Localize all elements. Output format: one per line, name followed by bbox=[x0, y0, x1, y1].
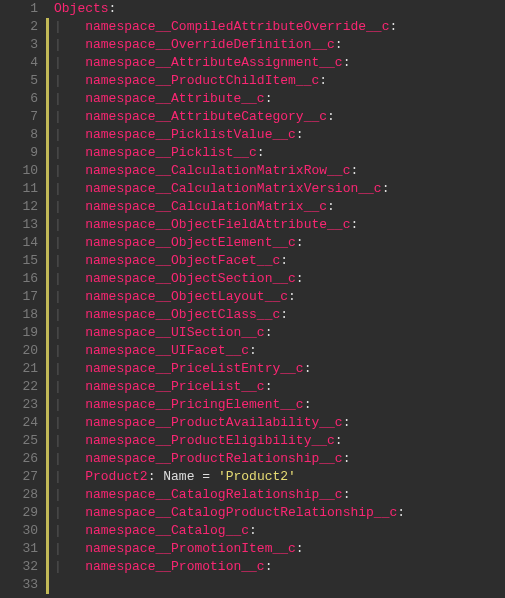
line-number: 32 bbox=[0, 558, 38, 576]
indent-guide: | bbox=[54, 541, 85, 556]
colon: : bbox=[350, 217, 358, 232]
indent-guide: | bbox=[54, 19, 85, 34]
indent-guide: | bbox=[54, 73, 85, 88]
line-number: 29 bbox=[0, 504, 38, 522]
yaml-value-string: 'Product2' bbox=[218, 469, 296, 484]
line-number: 13 bbox=[0, 216, 38, 234]
colon: : bbox=[296, 127, 304, 142]
colon: : bbox=[109, 1, 117, 16]
line-number: 25 bbox=[0, 432, 38, 450]
colon: : bbox=[257, 145, 265, 160]
colon: : bbox=[343, 487, 351, 502]
colon: : bbox=[343, 415, 351, 430]
colon: : bbox=[335, 37, 343, 52]
line-number: 9 bbox=[0, 144, 38, 162]
indent-guide: | bbox=[54, 253, 85, 268]
colon: : bbox=[249, 343, 257, 358]
line-number-gutter: 1234567891011121314151617181920212223242… bbox=[0, 0, 46, 598]
indent-guide: | bbox=[54, 397, 85, 412]
yaml-key: namespace__OverrideDefinition__c bbox=[85, 37, 335, 52]
code-line: | namespace__CalculationMatrixVersion__c… bbox=[46, 180, 505, 198]
indent-guide: | bbox=[54, 37, 85, 52]
yaml-key: namespace__ObjectSection__c bbox=[85, 271, 296, 286]
line-number: 7 bbox=[0, 108, 38, 126]
line-number: 2 bbox=[0, 18, 38, 36]
line-number: 31 bbox=[0, 540, 38, 558]
yaml-key: namespace__UIFacet__c bbox=[85, 343, 249, 358]
colon: : bbox=[296, 235, 304, 250]
code-line: | namespace__ObjectClass__c: bbox=[46, 306, 505, 324]
code-line: | namespace__CatalogProductRelationship_… bbox=[46, 504, 505, 522]
yaml-key: namespace__CompiledAttributeOverride__c bbox=[85, 19, 389, 34]
yaml-key: namespace__ObjectElement__c bbox=[85, 235, 296, 250]
yaml-key: namespace__PromotionItem__c bbox=[85, 541, 296, 556]
code-line: | namespace__Promotion__c: bbox=[46, 558, 505, 576]
yaml-key: namespace__CatalogProductRelationship__c bbox=[85, 505, 397, 520]
code-line: | namespace__ObjectSection__c: bbox=[46, 270, 505, 288]
code-line: | namespace__PricingElement__c: bbox=[46, 396, 505, 414]
indent-guide: | bbox=[54, 559, 85, 574]
line-number: 5 bbox=[0, 72, 38, 90]
line-number: 6 bbox=[0, 90, 38, 108]
indent-guide: | bbox=[54, 199, 85, 214]
colon: : bbox=[304, 361, 312, 376]
indent-guide: | bbox=[54, 91, 85, 106]
indent-guide: | bbox=[54, 289, 85, 304]
yaml-key: namespace__ObjectClass__c bbox=[85, 307, 280, 322]
colon: : bbox=[343, 55, 351, 70]
yaml-key: namespace__ProductAvailability__c bbox=[85, 415, 342, 430]
yaml-key: namespace__Catalog__c bbox=[85, 523, 249, 538]
colon: : bbox=[335, 433, 343, 448]
code-line: | namespace__AttributeAssignment__c: bbox=[46, 54, 505, 72]
yaml-key: namespace__PicklistValue__c bbox=[85, 127, 296, 142]
indent-guide: | bbox=[54, 505, 85, 520]
modified-indicator bbox=[46, 18, 49, 594]
line-number: 8 bbox=[0, 126, 38, 144]
yaml-key: namespace__ObjectFacet__c bbox=[85, 253, 280, 268]
yaml-key: namespace__CalculationMatrixRow__c bbox=[85, 163, 350, 178]
colon: : bbox=[288, 289, 296, 304]
indent-guide: | bbox=[54, 163, 85, 178]
code-line: | namespace__PicklistValue__c: bbox=[46, 126, 505, 144]
code-line: | namespace__ObjectFacet__c: bbox=[46, 252, 505, 270]
code-line: | namespace__OverrideDefinition__c: bbox=[46, 36, 505, 54]
line-number: 12 bbox=[0, 198, 38, 216]
code-line: | Product2: Name = 'Product2' bbox=[46, 468, 505, 486]
code-line: | namespace__UIFacet__c: bbox=[46, 342, 505, 360]
indent-guide: | bbox=[54, 379, 85, 394]
code-line: | namespace__CompiledAttributeOverride__… bbox=[46, 18, 505, 36]
colon: : bbox=[265, 559, 273, 574]
indent-guide: | bbox=[54, 451, 85, 466]
code-line: | namespace__Picklist__c: bbox=[46, 144, 505, 162]
colon: : bbox=[343, 451, 351, 466]
colon: : bbox=[296, 271, 304, 286]
line-number: 20 bbox=[0, 342, 38, 360]
code-line: | namespace__Attribute__c: bbox=[46, 90, 505, 108]
line-number: 4 bbox=[0, 54, 38, 72]
indent-guide: | bbox=[54, 217, 85, 232]
line-number: 26 bbox=[0, 450, 38, 468]
colon: : bbox=[319, 73, 327, 88]
code-editor: 1234567891011121314151617181920212223242… bbox=[0, 0, 505, 598]
yaml-key: namespace__PriceListEntry__c bbox=[85, 361, 303, 376]
indent-guide: | bbox=[54, 145, 85, 160]
colon: : bbox=[327, 199, 335, 214]
colon: : bbox=[280, 307, 288, 322]
line-number: 21 bbox=[0, 360, 38, 378]
indent-guide: | bbox=[54, 271, 85, 286]
line-number: 23 bbox=[0, 396, 38, 414]
code-line: | namespace__UISection__c: bbox=[46, 324, 505, 342]
line-number: 19 bbox=[0, 324, 38, 342]
indent-guide: | bbox=[54, 235, 85, 250]
indent-guide: | bbox=[54, 433, 85, 448]
code-line: | namespace__CalculationMatrix__c: bbox=[46, 198, 505, 216]
code-area[interactable]: Objects:| namespace__CompiledAttributeOv… bbox=[46, 0, 505, 598]
yaml-key: namespace__CalculationMatrixVersion__c bbox=[85, 181, 381, 196]
yaml-key: namespace__CalculationMatrix__c bbox=[85, 199, 327, 214]
indent-guide: | bbox=[54, 361, 85, 376]
yaml-key: namespace__Attribute__c bbox=[85, 91, 264, 106]
yaml-key: namespace__ProductChildItem__c bbox=[85, 73, 319, 88]
colon: : bbox=[304, 397, 312, 412]
colon: : bbox=[249, 523, 257, 538]
colon: : bbox=[280, 253, 288, 268]
